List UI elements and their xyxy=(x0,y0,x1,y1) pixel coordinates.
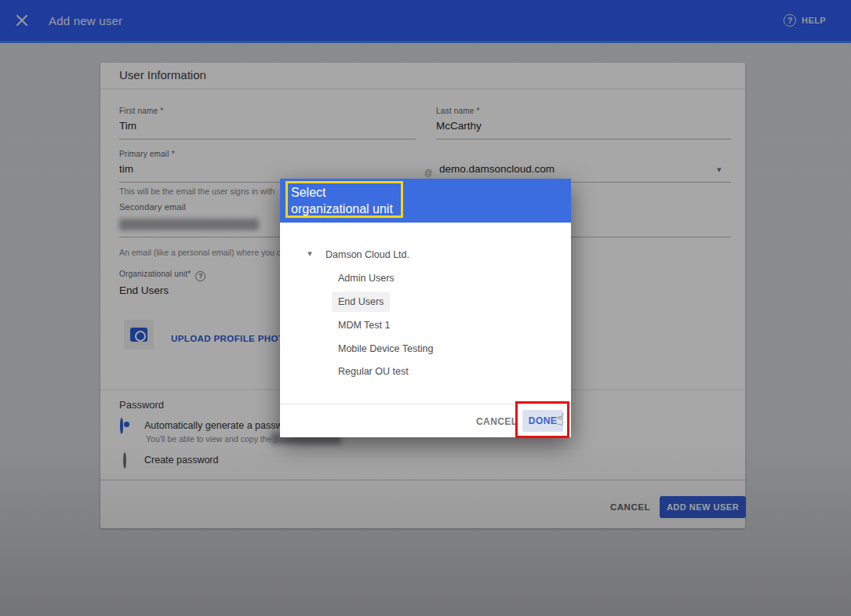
tree-item[interactable]: Admin Users xyxy=(338,267,395,289)
screen: Add new user ? HELP User Information Fir… xyxy=(0,0,851,616)
tree-item-selected[interactable]: End Users xyxy=(338,291,390,313)
tree-item[interactable]: Regular OU test xyxy=(338,361,409,382)
tree-item-root[interactable]: Damson Cloud Ltd. xyxy=(325,244,409,266)
tree-item[interactable]: Mobile Device Testing xyxy=(338,338,433,360)
tree-item[interactable]: MDM Test 1 xyxy=(338,314,390,336)
modal-cancel-button[interactable]: CANCEL xyxy=(476,416,517,427)
selected-ou-chip[interactable]: End Users xyxy=(332,292,390,312)
annotation-highlight-title xyxy=(285,181,403,218)
tree-expand-icon[interactable]: ▾ xyxy=(304,248,316,259)
